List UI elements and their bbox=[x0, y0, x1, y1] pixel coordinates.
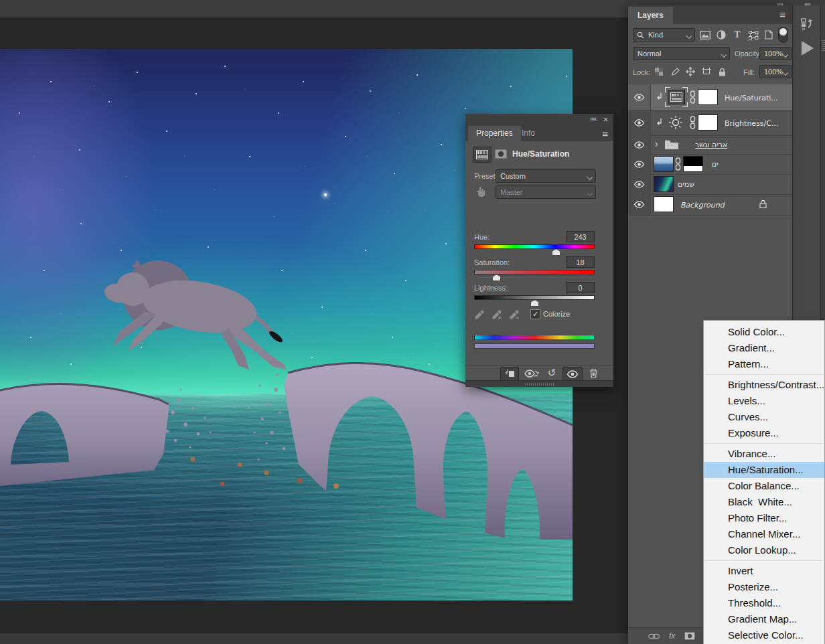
toggle-visibility-button[interactable] bbox=[562, 367, 583, 381]
clip-to-layer-button[interactable] bbox=[500, 367, 519, 381]
lightness-slider[interactable] bbox=[474, 295, 595, 300]
lock-position-icon[interactable] bbox=[683, 65, 698, 78]
layer-row-brightness-contrast[interactable]: Brightness/C... bbox=[628, 110, 792, 136]
layer-row-group[interactable]: › אריה וגשר bbox=[628, 135, 792, 155]
layer-mask-thumbnail[interactable] bbox=[698, 89, 718, 105]
collapse-panel-icon[interactable]: «« bbox=[590, 115, 596, 123]
visibility-toggle[interactable] bbox=[628, 154, 651, 174]
menu-item-color-lookup[interactable]: Color Lookup... bbox=[704, 542, 824, 558]
lock-pixels-icon[interactable] bbox=[668, 65, 682, 78]
visibility-toggle[interactable] bbox=[628, 194, 651, 215]
menu-item-solid-color[interactable]: Solid Color... bbox=[704, 324, 824, 340]
delete-adjustment-button[interactable] bbox=[586, 367, 601, 380]
menu-item-levels[interactable]: Levels... bbox=[704, 393, 824, 409]
tab-properties[interactable]: Properties bbox=[468, 126, 521, 141]
menu-item-gradient-map[interactable]: Gradient Map... bbox=[704, 611, 824, 627]
menu-item-selective-color[interactable]: Selective Color... bbox=[704, 627, 824, 643]
filter-kind-dropdown[interactable]: Kind bbox=[633, 28, 695, 42]
lock-all-icon[interactable] bbox=[715, 65, 729, 78]
folder-icon[interactable] bbox=[664, 139, 679, 150]
lock-transparency-icon[interactable] bbox=[652, 65, 666, 78]
panel-menu-icon[interactable]: ≡ bbox=[779, 9, 785, 19]
menu-item-photo-filter[interactable]: Photo Filter... bbox=[704, 510, 824, 526]
eyedropper-plus-icon[interactable] bbox=[490, 307, 504, 322]
blend-mode-dropdown[interactable]: Normal bbox=[633, 47, 730, 60]
layer-name[interactable]: Brightness/C... bbox=[725, 119, 778, 128]
menu-item-brightness-contrast[interactable]: Brightness/Contrast... bbox=[704, 377, 824, 393]
close-panel-icon[interactable]: × bbox=[603, 114, 608, 125]
filter-shape-layers-icon[interactable] bbox=[746, 28, 761, 42]
menu-item-curves[interactable]: Curves... bbox=[704, 409, 824, 425]
menu-item-vibrance[interactable]: Vibrance... bbox=[704, 446, 824, 462]
layer-name[interactable]: שמים bbox=[678, 180, 694, 189]
menu-item-posterize[interactable]: Posterize... bbox=[704, 579, 824, 595]
fill-field[interactable]: 100% bbox=[759, 65, 792, 78]
sky-layer-thumbnail[interactable] bbox=[654, 176, 674, 192]
targeted-adjustment-tool[interactable] bbox=[472, 184, 488, 199]
opacity-field[interactable]: 100% bbox=[759, 47, 792, 60]
layer-row-background[interactable]: Background bbox=[628, 194, 792, 216]
layer-name[interactable]: אריה וגשר bbox=[695, 141, 727, 149]
sea-layer-thumbnail[interactable] bbox=[654, 156, 674, 172]
colorize-checkbox[interactable]: ✓ bbox=[530, 309, 540, 319]
layer-row-sky[interactable]: שמים bbox=[628, 174, 792, 195]
panel-menu-icon[interactable]: ≡ bbox=[602, 129, 608, 139]
menu-item-hue-saturation[interactable]: Hue/Saturation... bbox=[704, 462, 824, 478]
brightness-contrast-thumbnail[interactable] bbox=[668, 115, 683, 130]
add-mask-icon[interactable] bbox=[684, 632, 695, 640]
hue-value-field[interactable]: 243 bbox=[566, 231, 595, 242]
mask-link-icon[interactable] bbox=[690, 116, 696, 129]
visibility-toggle[interactable] bbox=[628, 110, 651, 135]
menu-item-pattern[interactable]: Pattern... bbox=[704, 356, 824, 372]
menu-item-threshold[interactable]: Threshold... bbox=[704, 595, 824, 611]
lock-artboard-icon[interactable] bbox=[699, 65, 714, 78]
layer-style-icon[interactable]: fx bbox=[669, 631, 675, 641]
link-layers-icon[interactable] bbox=[648, 633, 660, 639]
layer-row-hue-saturation[interactable]: Hue/Saturati... bbox=[628, 84, 792, 110]
layer-mask-thumbnail[interactable] bbox=[683, 156, 703, 172]
layer-name[interactable]: Hue/Saturati... bbox=[725, 94, 778, 102]
menu-item-exposure[interactable]: Exposure... bbox=[704, 425, 824, 441]
dock-grip[interactable] bbox=[822, 40, 825, 51]
group-disclosure-icon[interactable]: › bbox=[655, 138, 658, 150]
filter-smart-objects-icon[interactable] bbox=[762, 28, 775, 42]
eyedropper-minus-icon[interactable] bbox=[507, 307, 522, 322]
hue-slider-thumb[interactable] bbox=[552, 249, 560, 256]
hue-slider[interactable] bbox=[474, 244, 595, 249]
mask-link-icon[interactable] bbox=[690, 90, 696, 104]
menu-item-black-white[interactable]: Black White... bbox=[704, 494, 824, 510]
visibility-toggle[interactable] bbox=[628, 174, 651, 194]
layer-name[interactable]: Background bbox=[680, 201, 725, 210]
lightness-value-field[interactable]: 0 bbox=[566, 282, 595, 293]
adjustment-icon-button[interactable] bbox=[473, 147, 492, 163]
tab-layers[interactable]: Layers bbox=[628, 7, 673, 24]
history-panel-button[interactable] bbox=[798, 15, 816, 33]
tab-info[interactable]: Info bbox=[514, 126, 543, 141]
hue-saturation-thumbnail[interactable] bbox=[668, 90, 685, 104]
preset-dropdown[interactable]: Custom bbox=[496, 169, 596, 183]
actions-panel-button[interactable] bbox=[798, 39, 817, 58]
visibility-toggle[interactable] bbox=[628, 84, 651, 110]
mask-icon-button[interactable] bbox=[492, 147, 510, 161]
visibility-toggle[interactable] bbox=[628, 135, 651, 154]
eyedropper-icon[interactable] bbox=[472, 307, 487, 322]
background-thumbnail[interactable] bbox=[654, 196, 674, 212]
channel-dropdown[interactable]: Master bbox=[496, 185, 596, 199]
layer-mask-thumbnail[interactable] bbox=[698, 114, 718, 131]
layer-row-sea[interactable]: ים bbox=[628, 154, 792, 175]
reset-button[interactable]: ↺ bbox=[544, 366, 559, 380]
layer-name[interactable]: ים bbox=[712, 160, 719, 169]
menu-item-invert[interactable]: Invert bbox=[704, 563, 824, 579]
saturation-slider-thumb[interactable] bbox=[492, 274, 501, 281]
filter-toggle-switch[interactable] bbox=[778, 27, 788, 43]
mask-link-icon[interactable] bbox=[675, 157, 681, 171]
menu-item-channel-mixer[interactable]: Channel Mixer... bbox=[704, 526, 824, 542]
filter-adjustment-layers-icon[interactable] bbox=[714, 28, 729, 42]
view-previous-state-button[interactable] bbox=[522, 367, 541, 380]
menu-item-color-balance[interactable]: Color Balance... bbox=[704, 478, 824, 494]
panel-resize-grip[interactable] bbox=[465, 380, 613, 387]
lightness-slider-thumb[interactable] bbox=[530, 300, 539, 307]
saturation-value-field[interactable]: 18 bbox=[566, 256, 595, 268]
filter-type-layers-icon[interactable]: T bbox=[730, 28, 745, 42]
saturation-slider[interactable] bbox=[474, 270, 595, 274]
